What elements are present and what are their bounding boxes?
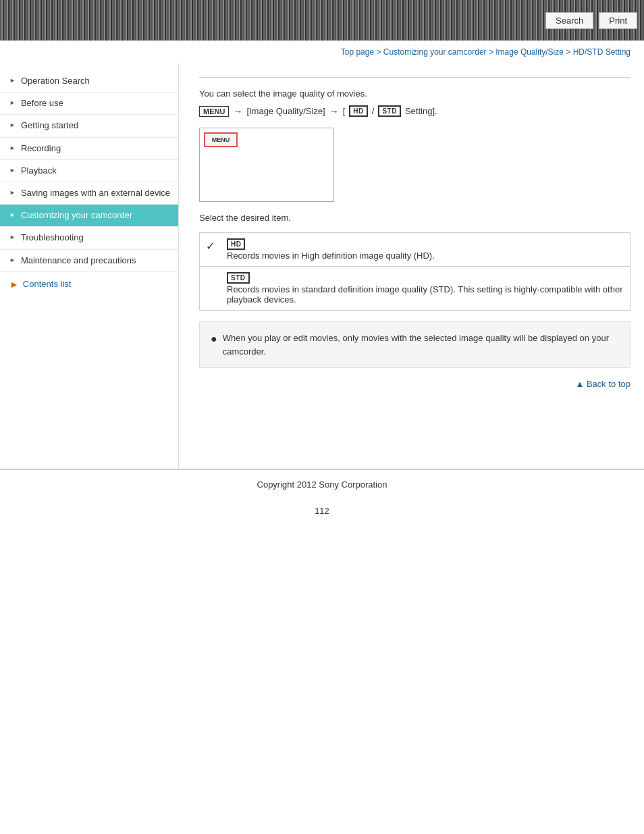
footer: Copyright 2012 Sony Corporation <box>0 469 644 499</box>
std-option-content: STD Records movies in standard definitio… <box>220 267 630 310</box>
sidebar-item-before-use[interactable]: ► Before use <box>0 93 178 115</box>
arrow-icon: ► <box>9 166 16 175</box>
contents-list-link[interactable]: ► Contents list <box>0 272 178 296</box>
menu-slash: / <box>372 106 375 116</box>
menu-arrow-1: → <box>233 106 242 117</box>
arrow-icon: ► <box>9 256 16 265</box>
menu-badge: MENU <box>199 106 229 117</box>
top-divider <box>199 77 630 78</box>
back-to-top-link[interactable]: ▲ Back to top <box>575 379 630 389</box>
breadcrumb-image-quality[interactable]: Image Quality/Size <box>495 47 564 57</box>
sidebar-item-maintenance[interactable]: ► Maintenance and precautions <box>0 250 178 272</box>
arrow-icon: ► <box>9 233 16 242</box>
hd-option-desc: Records movies in High definition image … <box>227 251 623 261</box>
description-text: You can select the image quality of movi… <box>199 88 630 99</box>
sidebar-item-getting-started[interactable]: ► Getting started <box>0 115 178 137</box>
arrow-icon: ► <box>9 121 16 130</box>
print-button[interactable]: Print <box>599 12 637 29</box>
option-row-std: STD Records movies in standard definitio… <box>200 267 630 310</box>
arrow-icon: ► <box>9 211 16 219</box>
menu-instruction: MENU → [Image Quality/Size] → [ HD / STD… <box>199 105 630 117</box>
std-badge-row: STD <box>227 272 623 282</box>
hd-checkmark: ✓ <box>200 233 220 266</box>
contents-list-arrow-icon: ► <box>9 279 19 290</box>
hd-option-content: HD Records movies in High definition ima… <box>220 233 630 266</box>
main-content: You can select the image quality of movi… <box>179 63 644 469</box>
breadcrumb-current: HD/STD Setting <box>573 47 630 57</box>
hd-badge: HD <box>349 105 367 117</box>
hd-option-badge: HD <box>227 238 245 250</box>
sidebar-item-operation-search[interactable]: ► Operation Search <box>0 70 178 93</box>
contents-list-label[interactable]: Contents list <box>23 279 72 289</box>
options-table: ✓ HD Records movies in High definition i… <box>199 232 630 311</box>
std-badge: STD <box>378 105 401 117</box>
sidebar-item-recording[interactable]: ► Recording <box>0 138 178 160</box>
note-bullet: ● When you play or edit movies, only mov… <box>211 332 619 358</box>
menu-setting-label: Setting]. <box>405 106 437 116</box>
breadcrumb-top-page[interactable]: Top page <box>341 47 374 57</box>
std-checkmark <box>200 267 220 310</box>
copyright-text: Copyright 2012 Sony Corporation <box>257 479 387 490</box>
arrow-icon: ► <box>9 76 16 85</box>
hd-badge-row: HD <box>227 238 623 249</box>
sidebar-item-customizing[interactable]: ► Customizing your camcorder <box>0 205 178 227</box>
sidebar: ► Operation Search ► Before use ► Gettin… <box>0 63 179 469</box>
breadcrumb: Top page > Customizing your camcorder > … <box>0 41 644 63</box>
select-text: Select the desired item. <box>199 213 630 223</box>
menu-screenshot: MENU <box>199 128 334 202</box>
menu-instruction-text: [Image Quality/Size] <box>246 106 325 116</box>
page-number: 112 <box>0 499 644 523</box>
main-layout: ► Operation Search ► Before use ► Gettin… <box>0 63 644 469</box>
menu-bracket-open: [ <box>343 106 346 116</box>
menu-screenshot-inner: MENU <box>204 132 238 147</box>
back-to-top[interactable]: ▲ Back to top <box>199 379 630 389</box>
option-row-hd: ✓ HD Records movies in High definition i… <box>200 233 630 267</box>
arrow-icon: ► <box>9 188 16 197</box>
sidebar-item-troubleshooting[interactable]: ► Troubleshooting <box>0 227 178 249</box>
breadcrumb-customizing[interactable]: Customizing your camcorder <box>383 47 487 57</box>
bullet-dot-icon: ● <box>211 331 217 347</box>
std-option-desc: Records movies in standard definition im… <box>227 284 623 305</box>
arrow-icon: ► <box>9 99 16 107</box>
menu-arrow-2: → <box>329 106 339 117</box>
search-button[interactable]: Search <box>545 12 593 29</box>
sidebar-item-saving-images[interactable]: ► Saving images with an external device <box>0 182 178 205</box>
menu-button-label: MENU <box>212 136 230 143</box>
header-bar: Search Print <box>0 0 644 41</box>
note-box: ● When you play or edit movies, only mov… <box>199 321 630 368</box>
note-text: When you play or edit movies, only movie… <box>223 332 619 358</box>
std-option-badge: STD <box>227 272 250 284</box>
arrow-icon: ► <box>9 144 16 153</box>
sidebar-item-playback[interactable]: ► Playback <box>0 160 178 182</box>
